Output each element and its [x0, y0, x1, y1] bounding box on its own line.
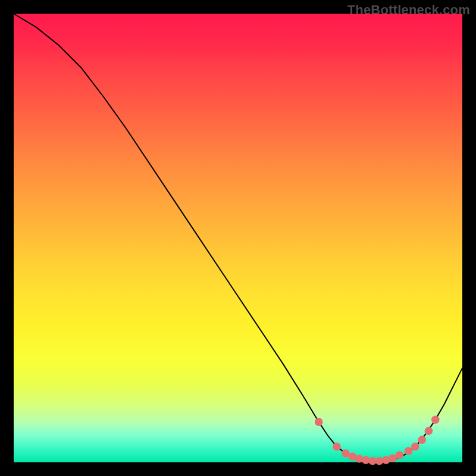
valley-marker	[418, 436, 426, 444]
valley-marker	[405, 447, 413, 455]
curve-layer	[14, 14, 462, 462]
valley-marker	[355, 455, 364, 463]
valley-marker	[315, 418, 323, 426]
plot-area	[14, 14, 462, 462]
chart-frame: TheBottleneck.com	[0, 0, 476, 476]
valley-marker	[425, 427, 433, 435]
valley-marker	[396, 451, 404, 459]
valley-markers	[315, 416, 440, 465]
bottleneck-curve	[14, 14, 462, 461]
valley-marker	[431, 416, 440, 424]
valley-marker	[411, 443, 419, 451]
valley-marker	[333, 443, 341, 451]
